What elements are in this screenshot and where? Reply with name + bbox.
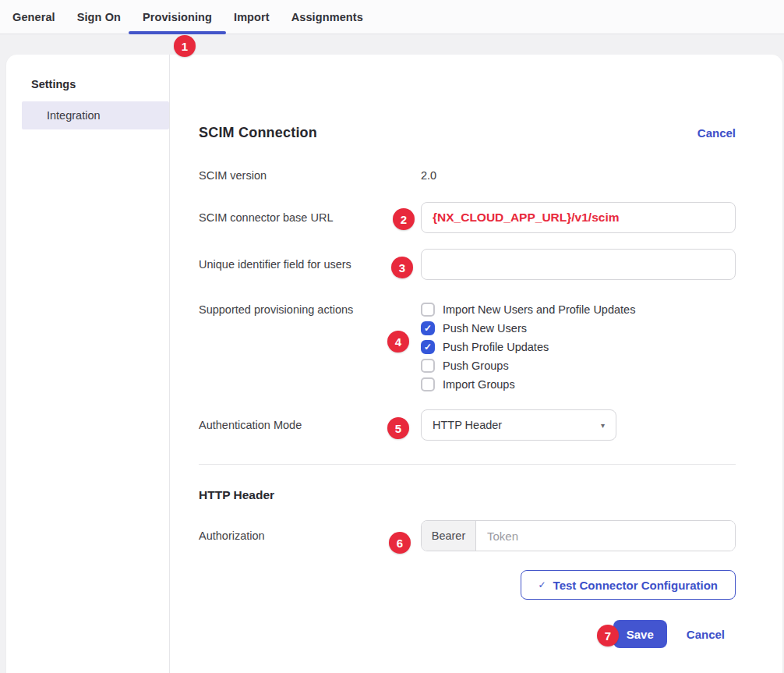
page-title: SCIM Connection: [199, 125, 317, 141]
cancel-link-top[interactable]: Cancel: [697, 126, 736, 140]
annotation-badge-2: 2: [393, 208, 415, 230]
provisioning-actions-list: Import New Users and Profile Updates✓Pus…: [421, 300, 736, 394]
provisioning-action-import-groups[interactable]: Import Groups: [421, 375, 736, 394]
tab-sign-on[interactable]: Sign On: [66, 0, 132, 34]
unique-id-label: Unique identifier field for users: [199, 258, 421, 271]
authorization-input-group: Bearer: [421, 520, 736, 551]
scim-version-value: 2.0: [421, 169, 736, 182]
save-button[interactable]: Save: [613, 620, 667, 648]
bearer-prefix: Bearer: [422, 521, 476, 551]
content-panel: Settings Integration SCIM Connection Can…: [6, 55, 782, 673]
tab-provisioning[interactable]: Provisioning: [132, 0, 223, 34]
provisioning-action-push-new-users[interactable]: ✓Push New Users: [421, 319, 736, 338]
checkbox-checked-icon[interactable]: ✓: [421, 321, 435, 335]
sidebar-header: Settings: [6, 73, 169, 101]
token-input[interactable]: [476, 521, 735, 551]
authorization-label: Authorization: [199, 530, 421, 542]
annotation-badge-6: 6: [389, 532, 411, 554]
sidebar-item-integration[interactable]: Integration: [22, 101, 169, 129]
tab-import[interactable]: Import: [223, 0, 281, 34]
app-tab-bar: GeneralSign OnProvisioningImportAssignme…: [0, 0, 784, 34]
checkbox-unchecked-icon[interactable]: [421, 377, 435, 391]
annotation-badge-7: 7: [597, 625, 619, 646]
tab-general[interactable]: General: [12, 0, 66, 34]
scim-version-label: SCIM version: [199, 169, 421, 182]
unique-id-input[interactable]: [421, 249, 736, 280]
base-url-input[interactable]: [421, 202, 736, 233]
test-connector-button-label: Test Connector Configuration: [553, 579, 718, 592]
base-url-label: SCIM connector base URL: [199, 211, 421, 224]
section-divider: [199, 464, 736, 465]
sidebar-item-label: Integration: [47, 109, 101, 122]
auth-mode-selected-value: HTTP Header: [433, 419, 502, 431]
http-header-section-title: HTTP Header: [199, 488, 736, 502]
annotation-badge-5: 5: [387, 417, 409, 439]
check-icon: ✓: [539, 579, 546, 590]
provisioning-action-import-new-users-and-profile-updates[interactable]: Import New Users and Profile Updates: [421, 300, 736, 319]
annotation-badge-1: 1: [174, 35, 196, 57]
scim-connection-form: SCIM Connection Cancel SCIM version 2.0 …: [170, 55, 782, 673]
tab-assignments[interactable]: Assignments: [281, 0, 374, 34]
caret-down-icon: ▾: [601, 421, 605, 430]
annotation-badge-3: 3: [391, 257, 413, 278]
provisioning-action-push-groups[interactable]: Push Groups: [421, 356, 736, 375]
cancel-button-bottom[interactable]: Cancel: [687, 628, 725, 641]
provisioning-action-label: Push Profile Updates: [443, 341, 549, 353]
provisioning-action-label: Import Groups: [443, 378, 515, 391]
checkbox-unchecked-icon[interactable]: [421, 303, 435, 317]
provisioning-action-label: Push New Users: [443, 322, 527, 335]
checkbox-unchecked-icon[interactable]: [421, 359, 435, 373]
settings-sidebar: Settings Integration: [6, 55, 170, 673]
provisioning-action-label: Push Groups: [443, 360, 509, 372]
provisioning-action-label: Import New Users and Profile Updates: [443, 303, 635, 316]
checkbox-checked-icon[interactable]: ✓: [421, 340, 435, 354]
auth-mode-select[interactable]: HTTP Header ▾: [421, 409, 616, 441]
provisioning-action-push-profile-updates[interactable]: ✓Push Profile Updates: [421, 338, 736, 356]
provisioning-actions-label: Supported provisioning actions: [199, 300, 421, 319]
test-connector-button[interactable]: ✓ Test Connector Configuration: [521, 570, 736, 600]
annotation-badge-4: 4: [387, 331, 409, 352]
